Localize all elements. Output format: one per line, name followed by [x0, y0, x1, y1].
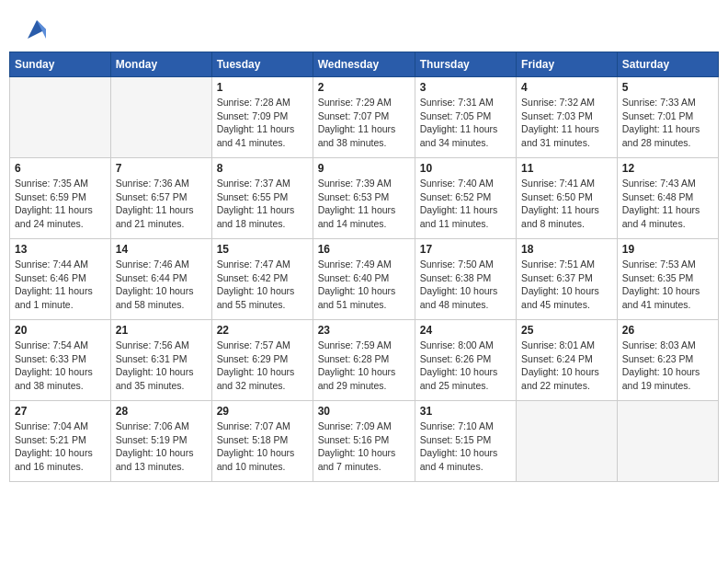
day-number: 6	[15, 162, 106, 175]
day-detail: Sunrise: 7:32 AMSunset: 7:03 PMDaylight:…	[521, 96, 612, 150]
day-detail: Sunrise: 7:39 AMSunset: 6:53 PMDaylight:…	[318, 177, 410, 231]
day-number: 2	[318, 81, 410, 94]
calendar-cell: 13Sunrise: 7:44 AMSunset: 6:46 PMDayligh…	[10, 239, 111, 320]
day-number: 9	[318, 162, 410, 175]
calendar-cell: 1Sunrise: 7:28 AMSunset: 7:09 PMDaylight…	[211, 77, 313, 158]
calendar-cell	[10, 77, 111, 158]
day-number: 25	[521, 324, 612, 337]
calendar-cell	[617, 401, 718, 482]
day-detail: Sunrise: 8:00 AMSunset: 6:26 PMDaylight:…	[420, 339, 511, 393]
day-detail: Sunrise: 7:57 AMSunset: 6:29 PMDaylight:…	[217, 339, 308, 393]
day-number: 28	[116, 405, 207, 418]
day-detail: Sunrise: 7:56 AMSunset: 6:31 PMDaylight:…	[116, 339, 207, 393]
calendar-cell: 5Sunrise: 7:33 AMSunset: 7:01 PMDaylight…	[617, 77, 718, 158]
calendar-cell: 24Sunrise: 8:00 AMSunset: 6:26 PMDayligh…	[415, 320, 516, 401]
calendar-header-wednesday: Wednesday	[313, 52, 415, 77]
day-number: 11	[521, 162, 612, 175]
day-detail: Sunrise: 7:59 AMSunset: 6:28 PMDaylight:…	[318, 339, 410, 393]
day-number: 13	[15, 243, 106, 256]
day-number: 8	[217, 162, 308, 175]
calendar-cell: 27Sunrise: 7:04 AMSunset: 5:21 PMDayligh…	[10, 401, 111, 482]
calendar-cell: 3Sunrise: 7:31 AMSunset: 7:05 PMDaylight…	[415, 77, 516, 158]
day-detail: Sunrise: 7:44 AMSunset: 6:46 PMDaylight:…	[15, 258, 106, 312]
day-detail: Sunrise: 7:06 AMSunset: 5:19 PMDaylight:…	[116, 419, 207, 474]
day-number: 26	[622, 324, 713, 337]
calendar-header-sunday: Sunday	[10, 52, 111, 77]
calendar-cell: 30Sunrise: 7:09 AMSunset: 5:16 PMDayligh…	[313, 401, 415, 482]
day-detail: Sunrise: 7:47 AMSunset: 6:42 PMDaylight:…	[217, 258, 308, 312]
day-detail: Sunrise: 7:35 AMSunset: 6:59 PMDaylight:…	[15, 177, 106, 231]
calendar-cell: 31Sunrise: 7:10 AMSunset: 5:15 PMDayligh…	[415, 401, 516, 482]
day-detail: Sunrise: 7:41 AMSunset: 6:50 PMDaylight:…	[521, 177, 612, 231]
calendar-cell: 7Sunrise: 7:36 AMSunset: 6:57 PMDaylight…	[110, 158, 211, 239]
day-number: 7	[116, 162, 207, 175]
day-number: 16	[318, 243, 410, 256]
day-detail: Sunrise: 7:10 AMSunset: 5:15 PMDaylight:…	[420, 419, 511, 474]
day-detail: Sunrise: 8:01 AMSunset: 6:24 PMDaylight:…	[521, 339, 612, 393]
day-number: 12	[622, 162, 713, 175]
calendar-header-thursday: Thursday	[415, 52, 516, 77]
day-number: 29	[217, 405, 308, 418]
calendar-wrapper: SundayMondayTuesdayWednesdayThursdayFrid…	[0, 52, 728, 491]
calendar-cell: 23Sunrise: 7:59 AMSunset: 6:28 PMDayligh…	[313, 320, 415, 401]
calendar-table: SundayMondayTuesdayWednesdayThursdayFrid…	[9, 52, 719, 482]
calendar-cell: 16Sunrise: 7:49 AMSunset: 6:40 PMDayligh…	[313, 239, 415, 320]
calendar-cell: 25Sunrise: 8:01 AMSunset: 6:24 PMDayligh…	[517, 320, 618, 401]
day-detail: Sunrise: 7:51 AMSunset: 6:37 PMDaylight:…	[521, 258, 612, 312]
calendar-cell	[110, 77, 211, 158]
calendar-week-3: 13Sunrise: 7:44 AMSunset: 6:46 PMDayligh…	[10, 239, 719, 320]
day-detail: Sunrise: 7:46 AMSunset: 6:44 PMDaylight:…	[116, 258, 207, 312]
day-detail: Sunrise: 7:07 AMSunset: 5:18 PMDaylight:…	[217, 419, 308, 474]
day-detail: Sunrise: 7:37 AMSunset: 6:55 PMDaylight:…	[217, 177, 308, 231]
day-detail: Sunrise: 7:36 AMSunset: 6:57 PMDaylight:…	[116, 177, 207, 231]
calendar-header-monday: Monday	[110, 52, 211, 77]
day-number: 18	[521, 243, 612, 256]
day-number: 1	[217, 81, 308, 94]
calendar-week-2: 6Sunrise: 7:35 AMSunset: 6:59 PMDaylight…	[10, 158, 719, 239]
calendar-week-4: 20Sunrise: 7:54 AMSunset: 6:33 PMDayligh…	[10, 320, 719, 401]
calendar-cell: 11Sunrise: 7:41 AMSunset: 6:50 PMDayligh…	[517, 158, 618, 239]
calendar-cell: 18Sunrise: 7:51 AMSunset: 6:37 PMDayligh…	[517, 239, 618, 320]
calendar-week-1: 1Sunrise: 7:28 AMSunset: 7:09 PMDaylight…	[10, 77, 719, 158]
day-detail: Sunrise: 7:09 AMSunset: 5:16 PMDaylight:…	[318, 419, 410, 474]
day-detail: Sunrise: 7:54 AMSunset: 6:33 PMDaylight:…	[15, 339, 106, 393]
day-number: 14	[116, 243, 207, 256]
calendar-cell: 14Sunrise: 7:46 AMSunset: 6:44 PMDayligh…	[110, 239, 211, 320]
day-number: 27	[15, 405, 106, 418]
day-detail: Sunrise: 7:28 AMSunset: 7:09 PMDaylight:…	[217, 96, 308, 150]
day-number: 24	[420, 324, 511, 337]
page-header	[0, 0, 728, 52]
day-number: 5	[622, 81, 713, 94]
day-number: 23	[318, 324, 410, 337]
day-number: 20	[15, 324, 106, 337]
day-detail: Sunrise: 7:53 AMSunset: 6:35 PMDaylight:…	[622, 258, 713, 312]
calendar-cell: 8Sunrise: 7:37 AMSunset: 6:55 PMDaylight…	[211, 158, 313, 239]
calendar-cell: 22Sunrise: 7:57 AMSunset: 6:29 PMDayligh…	[211, 320, 313, 401]
day-number: 15	[217, 243, 308, 256]
day-detail: Sunrise: 8:03 AMSunset: 6:23 PMDaylight:…	[622, 339, 713, 393]
calendar-header-tuesday: Tuesday	[211, 52, 313, 77]
day-number: 31	[420, 405, 511, 418]
calendar-header-saturday: Saturday	[617, 52, 718, 77]
calendar-cell: 19Sunrise: 7:53 AMSunset: 6:35 PMDayligh…	[617, 239, 718, 320]
calendar-cell: 9Sunrise: 7:39 AMSunset: 6:53 PMDaylight…	[313, 158, 415, 239]
day-detail: Sunrise: 7:04 AMSunset: 5:21 PMDaylight:…	[15, 419, 106, 474]
day-number: 22	[217, 324, 308, 337]
calendar-cell: 29Sunrise: 7:07 AMSunset: 5:18 PMDayligh…	[211, 401, 313, 482]
logo-icon	[24, 17, 50, 42]
day-number: 10	[420, 162, 511, 175]
day-number: 30	[318, 405, 410, 418]
calendar-cell: 21Sunrise: 7:56 AMSunset: 6:31 PMDayligh…	[110, 320, 211, 401]
calendar-cell: 4Sunrise: 7:32 AMSunset: 7:03 PMDaylight…	[517, 77, 618, 158]
day-number: 17	[420, 243, 511, 256]
calendar-cell: 20Sunrise: 7:54 AMSunset: 6:33 PMDayligh…	[10, 320, 111, 401]
calendar-week-5: 27Sunrise: 7:04 AMSunset: 5:21 PMDayligh…	[10, 401, 719, 482]
day-detail: Sunrise: 7:40 AMSunset: 6:52 PMDaylight:…	[420, 177, 511, 231]
logo	[22, 17, 50, 42]
day-number: 3	[420, 81, 511, 94]
calendar-cell: 12Sunrise: 7:43 AMSunset: 6:48 PMDayligh…	[617, 158, 718, 239]
day-number: 19	[622, 243, 713, 256]
calendar-cell: 15Sunrise: 7:47 AMSunset: 6:42 PMDayligh…	[211, 239, 313, 320]
day-detail: Sunrise: 7:43 AMSunset: 6:48 PMDaylight:…	[622, 177, 713, 231]
day-detail: Sunrise: 7:29 AMSunset: 7:07 PMDaylight:…	[318, 96, 410, 150]
